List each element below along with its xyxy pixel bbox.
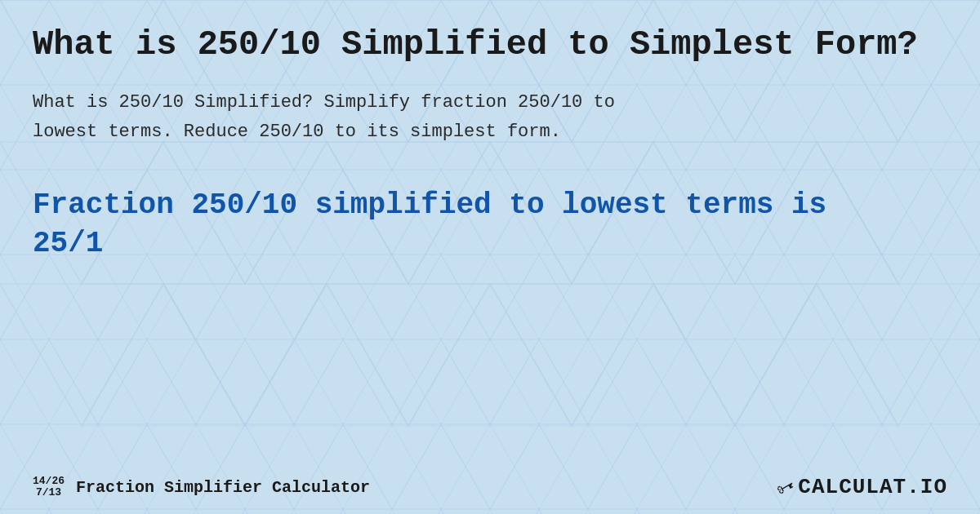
description: What is 250/10 Simplified? Simplify frac…: [33, 88, 947, 145]
result-title-line1: Fraction 250/10 simplified to lowest ter…: [33, 188, 826, 222]
description-line2: lowest terms. Reduce 250/10 to its simpl…: [33, 122, 561, 142]
result-title-line2: 25/1: [33, 227, 103, 260]
result-title: Fraction 250/10 simplified to lowest ter…: [33, 187, 947, 264]
description-line1: What is 250/10 Simplified? Simplify frac…: [33, 92, 615, 113]
result-section: Fraction 250/10 simplified to lowest ter…: [33, 187, 947, 264]
main-title: What is 250/10 Simplified to Simplest Fo…: [33, 24, 947, 65]
